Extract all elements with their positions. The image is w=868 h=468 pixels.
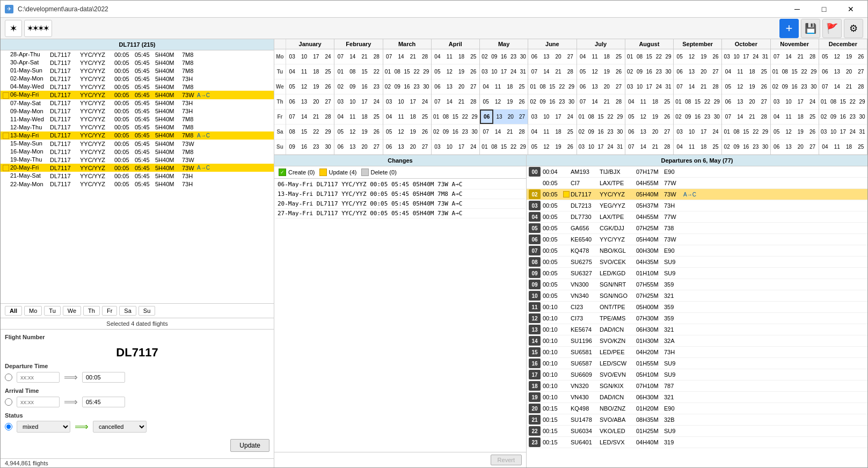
calendar-day-cell[interactable]: 28 — [370, 49, 382, 64]
calendar-day-cell[interactable]: 06 — [334, 140, 346, 154]
calendar-day-cell[interactable]: 24 — [419, 94, 431, 109]
calendar-day-cell[interactable]: 27 — [322, 94, 334, 109]
calendar-day-cell[interactable]: 22 — [310, 125, 322, 139]
calendar-day-cell[interactable]: 24 — [509, 64, 519, 79]
calendar-day-cell[interactable]: 06 — [528, 49, 540, 64]
calendar-day-cell[interactable]: 20 — [505, 109, 516, 124]
calendar-day-cell[interactable]: 19 — [310, 79, 322, 94]
calendar-day-cell[interactable]: 27 — [710, 64, 721, 79]
flight-list-item[interactable]: 04-May-Wed DL7117 YYC/YYZ 00:05 05:45 5H… — [1, 83, 274, 91]
calendar-day-cell[interactable]: 17 — [359, 94, 370, 109]
calendar-day-cell[interactable]: 07 — [334, 49, 346, 64]
calendar-day-cell[interactable]: 26 — [710, 49, 721, 64]
calendar-day-cell[interactable]: 20 — [746, 94, 758, 109]
calendar-day-cell[interactable]: 07 — [771, 49, 783, 64]
calendar-day-cell[interactable]: 17 — [499, 64, 509, 79]
calendar-day-cell[interactable]: 06 — [432, 79, 443, 94]
calendar-day-cell[interactable]: 06 — [286, 94, 298, 109]
calendar-day-cell[interactable]: 03 — [480, 64, 490, 79]
calendar-day-cell[interactable]: 24 — [806, 94, 818, 109]
calendar-day-cell[interactable]: 08 — [780, 64, 790, 79]
calendar-day-cell[interactable]: 12 — [685, 49, 697, 64]
flag-button[interactable]: 🚩 — [822, 19, 842, 38]
calendar-day-cell[interactable]: 13 — [395, 140, 407, 154]
calendar-day-cell[interactable]: 02 — [577, 125, 587, 139]
calendar-day-cell[interactable]: 27 — [516, 109, 528, 124]
calendar-day-cell[interactable]: 20 — [407, 140, 419, 154]
calendar-day-cell[interactable]: 11 — [298, 64, 310, 79]
calendar-day-cell[interactable]: 12 — [541, 140, 552, 154]
calendar-day-cell[interactable]: 16 — [359, 79, 370, 94]
calendar-day-cell[interactable]: 03 — [577, 140, 587, 154]
calendar-day-cell[interactable]: 08 — [538, 79, 548, 94]
calendar-day-cell[interactable]: 08 — [635, 49, 645, 64]
calendar-day-cell[interactable]: 21 — [649, 140, 661, 154]
calendar-day-cell[interactable]: 30 — [567, 94, 577, 109]
calendar-day-cell[interactable]: 13 — [734, 94, 746, 109]
calendar-day-cell[interactable]: 10 — [586, 140, 596, 154]
calendar-day-cell[interactable]: 03 — [383, 94, 395, 109]
flight-list-item[interactable]: 20-May-Fri DL7117 YYC/YYZ 00:05 05:45 5H… — [1, 164, 274, 172]
flight-list-item[interactable]: 01-May-Sun DL7117 YYC/YYZ 00:05 05:45 5H… — [1, 67, 274, 75]
calendar-day-cell[interactable]: 08 — [683, 94, 693, 109]
calendar-day-cell[interactable]: 20 — [552, 49, 564, 64]
calendar-day-cell[interactable]: 03 — [625, 79, 635, 94]
calendar-day-cell[interactable]: 09 — [392, 79, 402, 94]
calendar-day-cell[interactable]: 08 — [490, 140, 499, 154]
departure-list-item[interactable]: 18 00:10 VN320 SGN/KIX 07H10M 787 — [527, 381, 867, 392]
calendar-day-cell[interactable]: 12 — [783, 125, 794, 139]
arrival-from-input[interactable] — [17, 397, 60, 407]
calendar-day-cell[interactable]: 18 — [601, 49, 612, 64]
departure-list-item[interactable]: 00 00:04 AM193 TIJ/BJX 07H17M E90 — [527, 166, 867, 178]
calendar-day-cell[interactable]: 07 — [480, 125, 492, 139]
departure-list-item[interactable]: 13 00:10 KE5674 DAD/ICN 06H30M 321 — [527, 324, 867, 335]
calendar-day-cell[interactable]: 04 — [528, 125, 540, 139]
calendar-day-cell[interactable]: 20 — [649, 125, 661, 139]
calendar-day-cell[interactable]: 24 — [606, 140, 615, 154]
calendar-day-cell[interactable]: 17 — [455, 140, 467, 154]
calendar-day-cell[interactable]: 01 — [528, 79, 538, 94]
calendar-day-cell[interactable]: 22 — [557, 79, 567, 94]
calendar-day-cell[interactable]: 18 — [407, 109, 419, 124]
status-radio[interactable] — [5, 423, 12, 430]
calendar-day-cell[interactable]: 15 — [741, 125, 751, 139]
calendar-day-cell[interactable]: 06 — [625, 125, 637, 139]
calendar-day-cell[interactable]: 30 — [761, 140, 770, 154]
calendar-day-cell[interactable]: 15 — [596, 109, 606, 124]
calendar-day-cell[interactable]: 09 — [490, 49, 499, 64]
calendar-day-cell[interactable]: 29 — [615, 109, 625, 124]
calendar-day-cell[interactable]: 25 — [419, 109, 431, 124]
day-tu-button[interactable]: Tu — [44, 306, 60, 316]
departure-list-item[interactable]: 21 00:15 SU1478 SVO/ABA 08H35M 32B — [527, 414, 867, 426]
calendar-day-cell[interactable]: 10 — [783, 94, 794, 109]
calendar-day-cell[interactable]: 21 — [359, 49, 370, 64]
calendar-day-cell[interactable]: 08 — [829, 94, 838, 109]
departure-list-item[interactable]: 12 00:10 CI73 TPE/AMS 07H30M 359 — [527, 313, 867, 324]
calendar-day-cell[interactable]: 29 — [421, 64, 431, 79]
departure-list-item[interactable]: 15 00:10 SU6581 LED/PEE 04H20M 73H — [527, 347, 867, 358]
star1-button[interactable]: ✶ — [5, 20, 22, 37]
departure-list-item[interactable]: 23 00:15 SU6401 LED/SVX 04H40M 319 — [527, 437, 867, 448]
calendar-day-cell[interactable]: 29 — [712, 94, 721, 109]
calendar-day-cell[interactable]: 05 — [722, 79, 734, 94]
departure-list-item[interactable]: 05 00:05 GA656 CGK/DJJ 07H25M 738 — [527, 223, 867, 234]
calendar-day-cell[interactable]: 30 — [857, 109, 867, 124]
calendar-day-cell[interactable]: 16 — [402, 79, 412, 94]
calendar-day-cell[interactable]: 14 — [347, 49, 359, 64]
departure-list-item[interactable]: 11 00:10 CI23 ONT/TPE 05H00M 359 — [527, 302, 867, 313]
calendar-day-cell[interactable]: 21 — [746, 109, 758, 124]
calendar-day-cell[interactable]: 03 — [771, 94, 783, 109]
calendar-day-cell[interactable]: 04 — [286, 64, 298, 79]
calendar-day-cell[interactable]: 02 — [528, 94, 538, 109]
flight-list-item[interactable]: 19-May-Thu DL7117 YYC/YYZ 00:05 05:45 5H… — [1, 156, 274, 164]
calendar-day-cell[interactable]: 17 — [310, 49, 322, 64]
calendar-day-cell[interactable]: 26 — [855, 49, 867, 64]
calendar-day-cell[interactable]: 13 — [443, 79, 455, 94]
calendar-day-cell[interactable]: 07 — [722, 109, 734, 124]
calendar-day-cell[interactable]: 27 — [564, 49, 576, 64]
calendar-day-cell[interactable]: 29 — [322, 125, 334, 139]
calendar-day-cell[interactable]: 22 — [848, 94, 857, 109]
calendar-day-cell[interactable]: 21 — [504, 125, 516, 139]
calendar-day-cell[interactable]: 20 — [310, 94, 322, 109]
calendar-day-cell[interactable]: 14 — [492, 125, 504, 139]
